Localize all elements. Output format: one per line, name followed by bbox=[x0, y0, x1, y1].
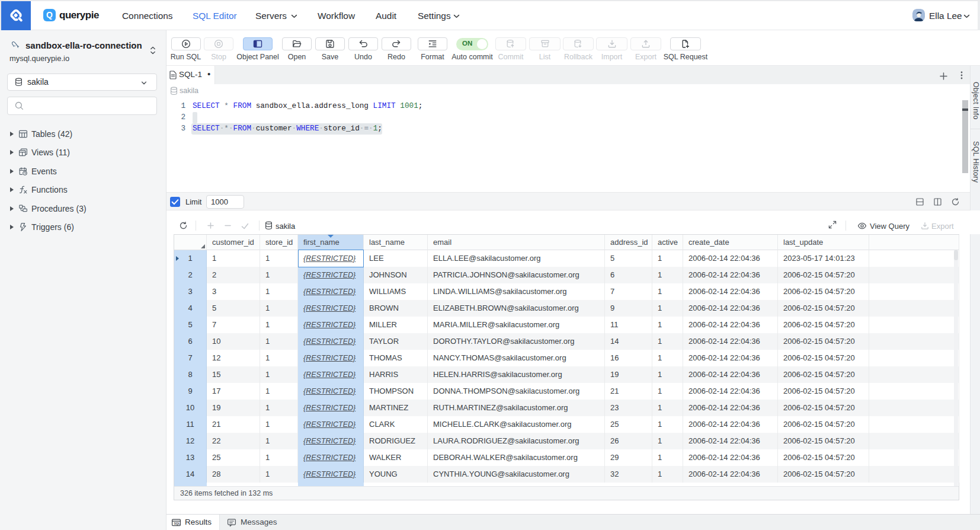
svg-text:SQL: SQL bbox=[174, 522, 180, 525]
